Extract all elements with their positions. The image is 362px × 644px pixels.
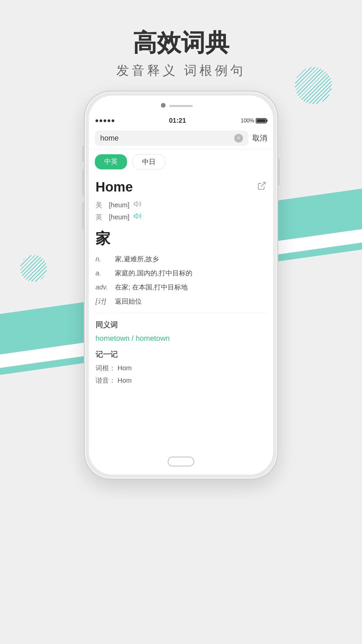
memory-root-label: 词根： [96,364,116,372]
signal-dot-1 [96,119,98,122]
status-bar: 01:21 100% [89,114,273,127]
divider-1 [96,313,266,313]
phone-screen: 01:21 100% home × [89,114,273,451]
def-type-adj: a. [96,268,112,278]
def-type-comp: [计] [96,296,112,306]
clear-icon: × [237,135,240,141]
def-text-adv: 在家; 在本国,打中目标地 [115,282,266,292]
status-time: 01:21 [169,117,186,124]
audio-us-icon[interactable] [133,200,141,210]
phone-volume-down-button [82,202,85,229]
share-icon[interactable] [257,181,266,193]
cancel-button[interactable]: 取消 [252,133,267,143]
deco-circle-mid-left [20,255,47,282]
search-bar[interactable]: home × 取消 [89,127,273,150]
def-text-comp: 返回始位 [115,296,266,306]
memory-title: 记一记 [96,350,266,360]
tab-chinese-japanese[interactable]: 中日 [132,154,165,169]
phone-camera [161,103,166,108]
svg-line-0 [261,182,265,187]
memory-section: 记一记 词根： Hom 谐音： Hom [96,350,266,385]
phone-home-button[interactable] [168,457,194,467]
phone-inner: 01:21 100% home × [89,96,273,475]
phone-power-button [277,159,280,185]
search-query-text: home [100,134,232,143]
pronunciation-us: 美 [heum] [96,200,266,210]
phone-speaker [169,105,193,107]
definition-comp: [计] 返回始位 [96,296,266,306]
chinese-word: 家 [96,229,266,249]
pron-region-us: 美 [96,201,105,210]
page-title: 高效词典 [0,27,362,59]
pron-text-uk: [heum] [109,213,129,221]
phone-volume-up-button [82,169,85,196]
memory-root-value: Hom [118,364,132,372]
def-type-noun: n. [96,254,112,264]
def-text-noun: 家,避难所,故乡 [115,254,266,264]
page-subtitle: 发音释义 词根例句 [0,62,362,79]
pron-text-us: [heum] [109,201,129,209]
tab-chinese-english[interactable]: 中英 [95,154,127,169]
svg-marker-2 [134,214,137,218]
word-header: Home [96,179,266,195]
language-tabs: 中英 中日 [89,150,273,174]
pronunciation-uk: 英 [heum] [96,212,266,222]
def-text-adj: 家庭的,国内的,打中目标的 [115,268,266,278]
pron-region-uk: 英 [96,213,105,222]
search-clear-button[interactable]: × [234,134,243,143]
status-battery: 100% [241,118,266,124]
word-title: Home [96,179,133,195]
svg-marker-1 [134,202,137,206]
phone-outer: 01:21 100% home × [84,91,278,480]
battery-fill [257,119,265,122]
definition-adj: a. 家庭的,国内的,打中目标的 [96,268,266,278]
synonyms-title: 同义词 [96,320,266,330]
phone-mockup: 01:21 100% home × [84,91,278,480]
memory-rhyme-row: 谐音： Hom [96,376,266,385]
definition-adv: adv. 在家; 在本国,打中目标地 [96,282,266,292]
memory-rhyme-value: Hom [118,377,132,384]
signal-dot-2 [100,119,102,122]
definition-noun: n. 家,避难所,故乡 [96,254,266,264]
battery-icon [256,118,266,123]
def-type-adv: adv. [96,282,112,292]
phone-mute-button [82,145,85,162]
dictionary-content: Home 美 [heum] [89,174,273,451]
memory-rhyme-label: 谐音： [96,377,116,384]
synonyms-links[interactable]: hometown / hometown [96,334,266,343]
signal-dot-3 [104,119,106,122]
search-input-wrapper[interactable]: home × [95,130,248,146]
memory-root-row: 词根： Hom [96,364,266,373]
signal-dot-5 [112,119,114,122]
signal-indicator [96,119,114,122]
audio-uk-icon[interactable] [133,212,141,222]
signal-dot-4 [108,119,110,122]
battery-percent: 100% [241,118,254,124]
